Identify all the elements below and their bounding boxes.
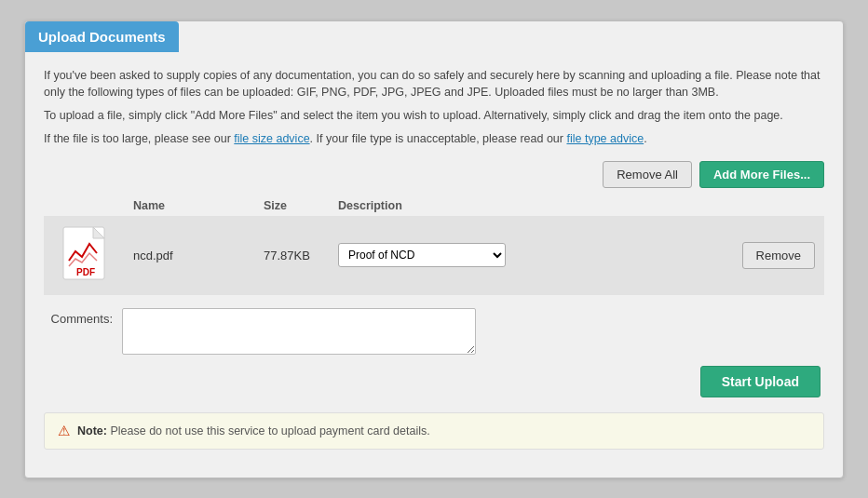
note-box: ⚠ Note: Please do not use this service t…: [44, 412, 824, 450]
add-more-files-button[interactable]: Add More Files...: [699, 161, 824, 188]
remove-file-button[interactable]: Remove: [742, 242, 815, 269]
info-line3-mid: . If your file type is unacceptable, ple…: [310, 132, 567, 145]
col-name-header: Name: [126, 195, 256, 216]
file-description-cell: Proof of NCD Proof of No Claims Other Do…: [331, 216, 517, 295]
page-title-bar: Upload Documents: [25, 21, 179, 52]
note-body: Please do not use this service to upload…: [110, 424, 429, 437]
note-prefix: Note:: [77, 424, 107, 437]
upload-documents-panel: Upload Documents If you've been asked to…: [24, 20, 844, 478]
file-icon-cell: PDF: [44, 216, 126, 295]
content-area: If you've been asked to supply copies of…: [25, 52, 843, 459]
svg-text:PDF: PDF: [76, 267, 95, 277]
file-type-advice-link[interactable]: file type advice: [566, 132, 644, 145]
upload-btn-row: Start Upload: [44, 366, 824, 397]
info-line3-end: .: [644, 132, 646, 145]
description-select[interactable]: Proof of NCD Proof of No Claims Other Do…: [338, 243, 506, 267]
info-line3-before: If the file is too large, please see our: [44, 132, 234, 145]
remove-all-button[interactable]: Remove All: [603, 161, 692, 188]
file-size-advice-link[interactable]: file size advice: [234, 132, 309, 145]
table-row: PDF ncd.pdf 77.87KB Proof of NCD Proof o…: [44, 216, 824, 295]
file-table-header: Name Size Description: [44, 195, 824, 216]
col-size-header: Size: [256, 195, 331, 216]
comments-textarea[interactable]: [122, 308, 476, 355]
info-line1: If you've been asked to supply copies of…: [44, 67, 824, 102]
file-remove-cell: Remove: [517, 216, 824, 295]
file-size-cell: 77.87KB: [256, 216, 331, 295]
comments-label: Comments:: [47, 308, 122, 326]
file-table: Name Size Description: [44, 195, 824, 295]
col-action-header: [517, 195, 824, 216]
note-icon: ⚠: [58, 423, 70, 439]
col-description-header: Description: [331, 195, 517, 216]
info-line3: If the file is too large, please see our…: [44, 130, 824, 148]
info-line2: To upload a file, simply click "Add More…: [44, 107, 824, 125]
pdf-file-icon: PDF: [61, 225, 110, 283]
page-title: Upload Documents: [38, 29, 166, 45]
start-upload-button[interactable]: Start Upload: [700, 366, 821, 397]
col-icon-header: [44, 195, 126, 216]
comments-row: Comments:: [44, 308, 824, 355]
toolbar: Remove All Add More Files...: [44, 161, 824, 188]
file-name-cell: ncd.pdf: [126, 216, 256, 295]
note-text: Note: Please do not use this service to …: [77, 424, 430, 437]
